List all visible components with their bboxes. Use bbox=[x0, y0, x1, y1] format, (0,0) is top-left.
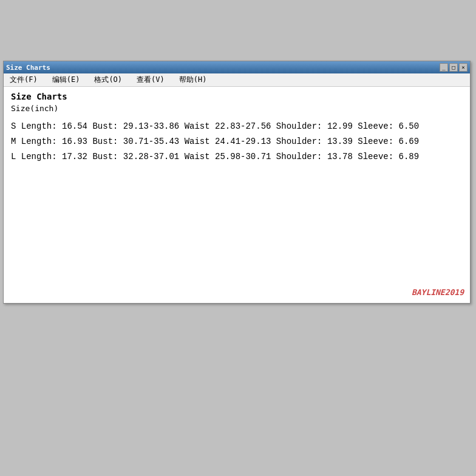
window-controls: _ □ × bbox=[440, 63, 467, 72]
menu-help[interactable]: 帮助(H) bbox=[175, 73, 211, 86]
size-row-s: S Length: 16.54 Bust: 29.13-33.86 Waist … bbox=[11, 119, 463, 134]
maximize-button[interactable]: □ bbox=[449, 63, 458, 72]
menu-format[interactable]: 格式(O) bbox=[90, 73, 126, 86]
menu-view[interactable]: 查看(V) bbox=[133, 73, 168, 86]
desktop: Size Charts _ □ × 文件(F) 编辑(E) 格式(O) 查看(V… bbox=[0, 0, 476, 476]
title-bar: Size Charts _ □ × bbox=[4, 61, 470, 73]
notepad-window: Size Charts _ □ × 文件(F) 编辑(E) 格式(O) 查看(V… bbox=[3, 61, 471, 304]
menu-file[interactable]: 文件(F) bbox=[6, 73, 41, 86]
close-button[interactable]: × bbox=[459, 63, 467, 72]
menu-bar: 文件(F) 编辑(E) 格式(O) 查看(V) 帮助(H) bbox=[4, 73, 470, 87]
content-area[interactable]: Size Charts Size(inch) S Length: 16.54 B… bbox=[4, 87, 470, 303]
size-unit: Size(inch) bbox=[11, 104, 463, 113]
size-row-l: L Length: 17.32 Bust: 32.28-37.01 Waist … bbox=[11, 149, 463, 165]
window-title: Size Charts bbox=[6, 64, 440, 72]
menu-edit[interactable]: 编辑(E) bbox=[49, 73, 84, 86]
watermark-text: BAYLINE2019 bbox=[412, 288, 464, 297]
watermark: BAYLINE2019 bbox=[412, 288, 464, 297]
size-charts-title: Size Charts bbox=[11, 92, 463, 101]
size-row-m: M Length: 16.93 Bust: 30.71-35.43 Waist … bbox=[11, 134, 463, 149]
minimize-button[interactable]: _ bbox=[440, 63, 448, 72]
